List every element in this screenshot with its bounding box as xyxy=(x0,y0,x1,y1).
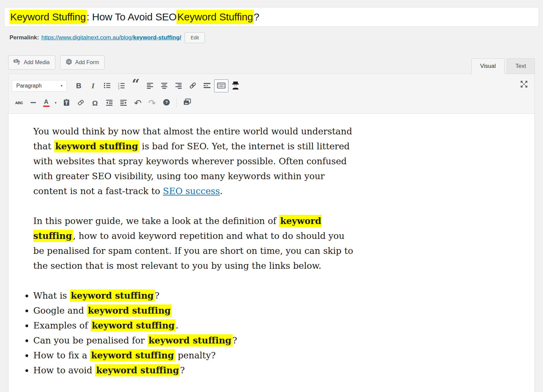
help-icon: ? xyxy=(163,98,170,107)
list-item: Google and keyword stuffing xyxy=(33,303,349,318)
horizontal-rule-icon xyxy=(29,98,37,108)
add-form-button[interactable]: Add Form xyxy=(60,55,105,70)
numbered-list-button[interactable]: 123 xyxy=(114,79,129,92)
link-button[interactable] xyxy=(186,79,200,92)
highlight: keyword stuffing xyxy=(95,364,180,376)
paragraphs: You would think by now that almost the e… xyxy=(8,124,521,273)
horizontal-rule-button[interactable] xyxy=(26,96,40,109)
persona-plugin-button[interactable] xyxy=(228,79,243,92)
bulleted-list-icon xyxy=(103,81,111,91)
keyboard-toggle-icon xyxy=(217,81,226,91)
read-more-icon xyxy=(203,81,211,91)
highlight: keyword stuffing xyxy=(54,140,139,152)
indent-button[interactable] xyxy=(116,96,131,109)
link-icon xyxy=(189,81,197,91)
tab-visual[interactable]: Visual xyxy=(471,58,505,74)
align-right-icon xyxy=(174,81,183,91)
toolbar-divider xyxy=(176,98,177,108)
format-select[interactable]: Paragraph ▼ xyxy=(12,80,67,92)
outdent-button[interactable] xyxy=(102,96,116,109)
bold-icon: B xyxy=(76,81,81,90)
add-media-button[interactable]: Add Media xyxy=(8,55,55,70)
blockquote-icon: “ xyxy=(132,82,139,90)
svg-text:3: 3 xyxy=(118,87,120,89)
bullet-list: What is keyword stuffing?Google and keyw… xyxy=(8,288,521,378)
highlight: Keyword Stuffing xyxy=(10,10,87,24)
indent-icon xyxy=(119,98,128,108)
content-link[interactable]: SEO success xyxy=(163,186,220,196)
list-item: How to fix a keyword stuffing penalty? xyxy=(33,348,349,363)
italic-button[interactable]: I xyxy=(86,79,100,92)
paste-as-text-icon xyxy=(62,98,71,108)
blockquote-button[interactable]: “ xyxy=(129,79,143,92)
post-title-input[interactable]: Keyword Stuffing: How To Avoid SEO Keywo… xyxy=(4,7,539,27)
chevron-down-icon: ▼ xyxy=(54,101,57,105)
highlight: keyword stuffing xyxy=(148,334,232,347)
permalink-edit-button[interactable]: Edit xyxy=(185,32,205,43)
fullscreen-icon xyxy=(520,85,528,90)
strikethrough-button[interactable]: ABC xyxy=(12,96,26,109)
paste-as-text-button[interactable] xyxy=(59,96,74,109)
permalink-label: Permalink: xyxy=(10,34,39,41)
special-character-button[interactable]: Ω xyxy=(88,96,102,109)
special-character-icon: Ω xyxy=(92,99,98,107)
highlight: keyword stuffing xyxy=(90,349,175,361)
chevron-down-icon: ▼ xyxy=(60,84,63,88)
list-item: Can you be penalised for keyword stuffin… xyxy=(33,333,349,348)
bold-button[interactable]: B xyxy=(72,79,86,92)
highlight: keyword stuffing xyxy=(87,304,172,317)
undo-icon: ↶ xyxy=(134,98,142,108)
numbered-list-icon: 123 xyxy=(117,81,126,91)
text-color-icon: A xyxy=(44,99,49,107)
outdent-icon xyxy=(105,98,113,108)
paragraph: In this power guide, we take a look at t… xyxy=(33,213,355,273)
gallery-icon xyxy=(183,98,191,108)
gallery-button[interactable] xyxy=(180,96,194,109)
list-item: What is keyword stuffing? xyxy=(33,288,349,303)
permalink-link[interactable]: https://www.digitalnext.com.au/blog/keyw… xyxy=(41,34,181,41)
italic-icon: I xyxy=(92,81,95,90)
media-icon xyxy=(14,58,21,67)
toolbar-toggle-button[interactable] xyxy=(214,79,228,92)
tab-text[interactable]: Text xyxy=(507,58,535,74)
help-button[interactable]: ? xyxy=(159,96,173,109)
align-right-button[interactable] xyxy=(171,79,186,92)
list-item: How to avoid keyword stuffing? xyxy=(33,363,349,378)
clear-formatting-icon xyxy=(77,98,85,108)
highlight: keyword stuffing xyxy=(91,319,175,332)
read-more-button[interactable] xyxy=(200,79,214,92)
fullscreen-button[interactable] xyxy=(519,79,529,90)
format-select-value: Paragraph xyxy=(16,83,42,89)
align-center-button[interactable] xyxy=(157,79,171,92)
highlight: Keyword Stuffing xyxy=(176,10,254,24)
highlight: keyword stuffing xyxy=(70,290,155,302)
editor-container: Paragraph ▼ B I 123 “ ABC A xyxy=(8,74,535,392)
redo-button[interactable]: ↷ xyxy=(145,96,159,109)
undo-button[interactable]: ↶ xyxy=(131,96,145,109)
editor-content-body[interactable]: You would think by now that almost the e… xyxy=(8,114,535,392)
list-item: Examples of keyword stuffing. xyxy=(33,318,349,333)
add-media-label: Add Media xyxy=(24,59,50,66)
align-left-icon xyxy=(146,81,154,91)
align-left-button[interactable] xyxy=(143,79,157,92)
strikethrough-icon: ABC xyxy=(15,101,23,105)
permalink-row: Permalink: https://www.digitalnext.com.a… xyxy=(10,32,538,43)
align-center-icon xyxy=(160,81,168,91)
persona-icon xyxy=(231,81,240,91)
bulleted-list-button[interactable] xyxy=(100,79,114,92)
text-color-dropdown-button[interactable]: ▼ xyxy=(52,96,59,109)
redo-icon: ↷ xyxy=(148,98,156,108)
svg-text:?: ? xyxy=(165,100,168,105)
add-form-label: Add Form xyxy=(75,59,99,66)
form-icon xyxy=(65,58,72,67)
editor-toolbar: Paragraph ▼ B I 123 “ ABC A xyxy=(8,74,535,114)
text-color-button[interactable]: A xyxy=(40,96,52,109)
paragraph: You would think by now that almost the e… xyxy=(33,124,355,199)
clear-formatting-button[interactable] xyxy=(74,96,88,109)
